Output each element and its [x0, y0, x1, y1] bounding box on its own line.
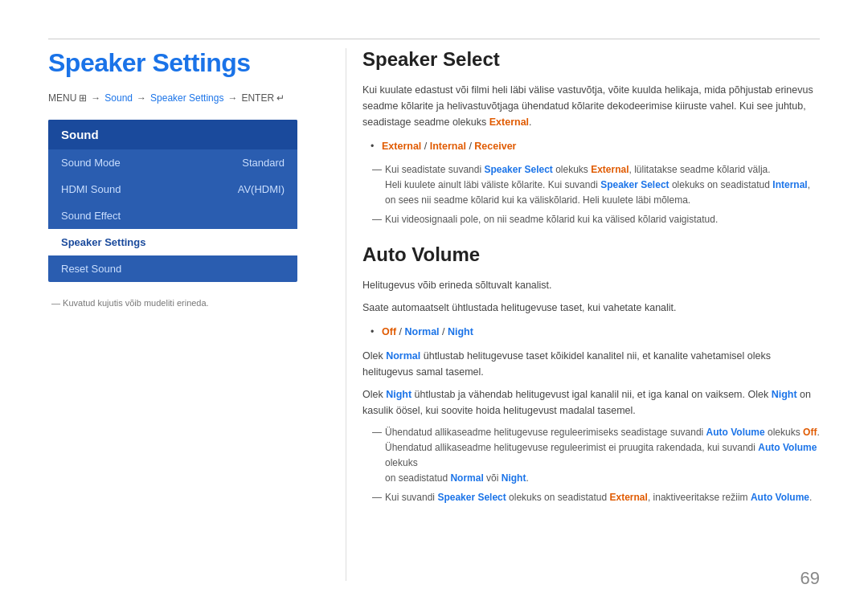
- speaker-select-intro: Kui kuulate edastust või filmi heli läbi…: [362, 82, 820, 130]
- menu-box: Sound Sound Mode Standard HDMI Sound AV(…: [48, 120, 297, 282]
- bullet-external-internal-receiver: External / Internal / Receiver: [371, 138, 820, 154]
- menu-item-speaker-settings[interactable]: Speaker Settings: [48, 229, 297, 255]
- night-blue-1: Night: [386, 389, 411, 400]
- menu-item-sound-effect-label: Sound Effect: [61, 210, 121, 222]
- breadcrumb-sound: Sound: [104, 92, 133, 104]
- breadcrumb-arrow3: →: [227, 92, 237, 104]
- dash-note-3: Ühendatud allikaseadme helitugevuse regu…: [372, 425, 820, 487]
- auto-volume-para2: Olek Night ühtlustab ja vähendab helitug…: [362, 386, 820, 419]
- speaker-select-blue-2: Speaker Select: [600, 179, 669, 190]
- left-panel: Speaker Settings MENU ⊞ → Sound → Speake…: [48, 48, 346, 581]
- speaker-select-blue-3: Speaker Select: [437, 492, 506, 503]
- menu-item-hdmi-sound[interactable]: HDMI Sound AV(HDMI): [48, 176, 297, 202]
- bullet-off-normal-night: Off / Normal / Night: [371, 324, 820, 340]
- menu-item-speaker-settings-label: Speaker Settings: [61, 236, 146, 248]
- auto-volume-title: Auto Volume: [362, 243, 820, 266]
- breadcrumb-arrow1: →: [91, 92, 100, 104]
- night-blue-2: Night: [772, 389, 797, 400]
- dash-note-2: Kui videosignaali pole, on nii seadme kõ…: [372, 212, 820, 227]
- normal-blue-2: Normal: [450, 472, 483, 484]
- page-title: Speaker Settings: [48, 48, 313, 78]
- off-text: Off: [382, 326, 396, 337]
- footnote: Kuvatud kujutis võib mudeliti erineda.: [48, 298, 313, 308]
- menu-item-reset-sound-label: Reset Sound: [61, 263, 121, 275]
- menu-header: Sound: [48, 120, 297, 149]
- breadcrumb-enter: ENTER: [241, 92, 274, 104]
- normal-text: Normal: [404, 326, 439, 337]
- dash-note-4: Kui suvandi Speaker Select olekuks on se…: [372, 490, 820, 505]
- menu-item-reset-sound[interactable]: Reset Sound: [48, 255, 297, 282]
- dash-note-1: Kui seadistate suvandi Speaker Select ol…: [372, 162, 820, 209]
- internal-text: Internal: [430, 141, 466, 152]
- page-number: 69: [800, 568, 820, 589]
- off-orange-1: Off: [803, 427, 817, 438]
- speaker-select-blue-1: Speaker Select: [484, 164, 552, 175]
- menu-item-hdmi-sound-value: AV(HDMI): [238, 183, 285, 195]
- breadcrumb: MENU ⊞ → Sound → Speaker Settings → ENTE…: [48, 92, 313, 104]
- auto-volume-line2: Saate automaatselt ühtlustada helitugevu…: [362, 300, 820, 316]
- breadcrumb-menu: MENU: [48, 92, 76, 104]
- header-line: [48, 39, 820, 39]
- external-orange-2: External: [610, 492, 648, 503]
- receiver-text: Receiver: [474, 141, 516, 152]
- external-text: External: [382, 141, 421, 152]
- speaker-select-title: Speaker Select: [362, 48, 820, 71]
- menu-item-sound-mode-label: Sound Mode: [61, 157, 121, 169]
- breadcrumb-speaker-settings: Speaker Settings: [150, 92, 223, 104]
- internal-blue-1: Internal: [772, 179, 807, 190]
- night-blue-3: Night: [502, 472, 526, 484]
- menu-item-sound-mode-value: Standard: [242, 157, 285, 169]
- external-highlight-1: External: [489, 116, 529, 128]
- external-orange-1: External: [591, 164, 628, 175]
- menu-item-sound-mode[interactable]: Sound Mode Standard: [48, 149, 297, 176]
- menu-item-sound-effect[interactable]: Sound Effect: [48, 202, 297, 229]
- auto-volume-bullet-list: Off / Normal / Night: [371, 324, 820, 340]
- auto-volume-blue-2: Auto Volume: [758, 442, 817, 453]
- night-text: Night: [448, 326, 473, 337]
- auto-volume-line1: Helitugevus võib erineda sõltuvalt kanal…: [362, 277, 820, 293]
- auto-volume-para1: Olek Normal ühtlustab helitugevuse taset…: [362, 348, 820, 380]
- auto-volume-blue-3: Auto Volume: [751, 492, 809, 503]
- breadcrumb-arrow2: →: [137, 92, 146, 104]
- right-panel: Speaker Select Kui kuulate edastust või …: [346, 48, 820, 581]
- normal-blue-1: Normal: [386, 350, 420, 362]
- breadcrumb-enter-symbol: ↵: [276, 92, 285, 104]
- speaker-select-bullet-list: External / Internal / Receiver: [371, 138, 820, 154]
- breadcrumb-menu-symbol: ⊞: [79, 92, 87, 104]
- menu-item-hdmi-sound-label: HDMI Sound: [61, 183, 121, 195]
- auto-volume-blue-1: Auto Volume: [706, 427, 765, 438]
